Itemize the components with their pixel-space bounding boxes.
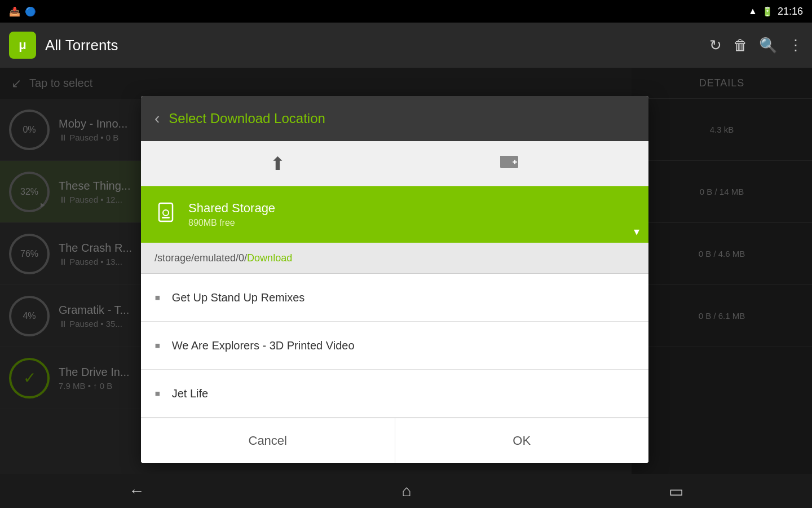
app-title: All Torrents [45, 37, 700, 54]
app-bar-actions: ↻ 🗑 🔍 ⋮ [709, 37, 803, 54]
svg-rect-3 [159, 203, 173, 221]
storage-info: Shared Storage 890MB free [188, 201, 635, 228]
delete-button[interactable]: 🗑 [733, 37, 748, 54]
new-folder-icon [499, 151, 519, 176]
folder-name-2: Jet Life [172, 387, 208, 400]
cancel-button[interactable]: Cancel [141, 418, 395, 463]
bottom-nav: ← ⌂ ▭ [0, 474, 812, 508]
battery-icon: 🔋 [762, 6, 773, 17]
path-folder: Download [247, 252, 292, 264]
ok-button[interactable]: OK [395, 418, 649, 463]
current-path: /storage/emulated/0/Download [155, 252, 292, 264]
download-icon: 📥 [9, 6, 20, 17]
search-button[interactable]: 🔍 [759, 37, 777, 54]
folder-item-0[interactable]: ▪ Get Up Stand Up Remixes [141, 274, 648, 322]
folder-name-0: Get Up Stand Up Remixes [172, 291, 305, 304]
svg-rect-2 [514, 160, 515, 164]
main-content: ↙ Tap to select 0% Moby - Inno... ⏸ Paus… [0, 68, 812, 474]
svg-rect-4 [162, 217, 170, 218]
back-nav-button[interactable]: ← [129, 482, 144, 500]
wifi-icon: ▲ [748, 6, 757, 16]
more-button[interactable]: ⋮ [788, 37, 803, 54]
refresh-button[interactable]: ↻ [709, 37, 722, 54]
storage-device-icon [155, 201, 177, 229]
storage-chevron-icon: ▾ [634, 225, 639, 238]
status-bar: 📥 🔵 ▲ 🔋 21:16 [0, 0, 812, 23]
folder-icon-0: ▪ [155, 288, 161, 307]
folder-item-2[interactable]: ▪ Jet Life [141, 370, 648, 418]
dialog-header: ‹ Select Download Location [141, 96, 648, 141]
home-nav-button[interactable]: ⌂ [402, 482, 412, 500]
path-bar: /storage/emulated/0/Download [141, 243, 648, 274]
svg-point-5 [163, 210, 169, 216]
folder-name-1: We Are Explorers - 3D Printed Video [172, 339, 355, 352]
folder-item-1[interactable]: ▪ We Are Explorers - 3D Printed Video [141, 322, 648, 370]
utorrent-notification-icon: 🔵 [25, 6, 36, 17]
status-bar-right: ▲ 🔋 21:16 [748, 6, 803, 17]
up-arrow-icon: ⬆ [270, 153, 285, 174]
new-folder-button[interactable] [499, 151, 519, 176]
dialog-actions: Cancel OK [141, 418, 648, 463]
folder-icon-1: ▪ [155, 336, 161, 355]
dialog-toolbar: ⬆ [141, 141, 648, 186]
status-time: 21:16 [778, 6, 803, 17]
status-bar-left-icons: 📥 🔵 [9, 6, 36, 17]
recent-nav-button[interactable]: ▭ [669, 482, 683, 501]
select-location-dialog: ‹ Select Download Location ⬆ [141, 96, 648, 463]
shared-storage-item[interactable]: Shared Storage 890MB free ▾ [141, 186, 648, 243]
dialog-title: Select Download Location [169, 111, 325, 126]
folder-icon-2: ▪ [155, 384, 161, 403]
dialog-back-button[interactable]: ‹ [155, 110, 160, 128]
app-bar: μ All Torrents ↻ 🗑 🔍 ⋮ [0, 23, 812, 68]
app-logo: μ [9, 32, 36, 59]
path-base: /storage/emulated/0/ [155, 252, 247, 264]
storage-free: 890MB free [188, 218, 635, 228]
navigate-up-button[interactable]: ⬆ [270, 153, 285, 174]
storage-name: Shared Storage [188, 201, 635, 216]
